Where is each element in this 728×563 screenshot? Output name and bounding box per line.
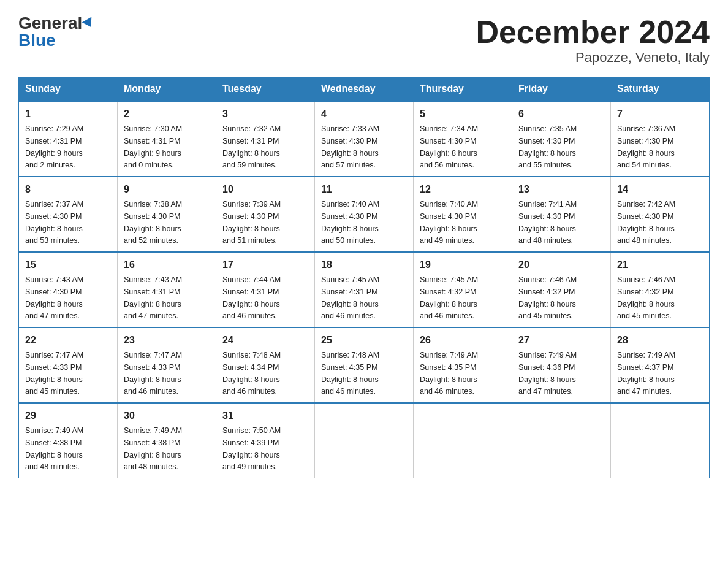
table-row: 23 Sunrise: 7:47 AMSunset: 4:33 PMDaylig… — [118, 327, 216, 403]
day-number: 6 — [518, 107, 604, 121]
day-info: Sunrise: 7:32 AMSunset: 4:31 PMDaylight:… — [222, 124, 281, 169]
day-number: 27 — [518, 333, 604, 348]
day-info: Sunrise: 7:37 AMSunset: 4:30 PMDaylight:… — [25, 200, 83, 245]
day-info: Sunrise: 7:40 AMSunset: 4:30 PMDaylight:… — [420, 200, 478, 245]
table-row — [611, 403, 710, 478]
day-number: 18 — [321, 258, 407, 272]
day-number: 12 — [420, 182, 506, 197]
day-info: Sunrise: 7:43 AMSunset: 4:30 PMDaylight:… — [25, 275, 83, 320]
day-number: 2 — [124, 107, 210, 121]
col-wednesday: Wednesday — [315, 77, 414, 102]
calendar-week-row: 8 Sunrise: 7:37 AMSunset: 4:30 PMDayligh… — [19, 177, 710, 252]
day-number: 3 — [222, 107, 308, 121]
day-number: 23 — [124, 333, 210, 348]
day-info: Sunrise: 7:47 AMSunset: 4:33 PMDaylight:… — [25, 351, 83, 396]
day-info: Sunrise: 7:38 AMSunset: 4:30 PMDaylight:… — [124, 200, 182, 245]
day-info: Sunrise: 7:49 AMSunset: 4:38 PMDaylight:… — [25, 426, 83, 471]
table-row: 4 Sunrise: 7:33 AMSunset: 4:30 PMDayligh… — [315, 101, 414, 177]
calendar-table: Sunday Monday Tuesday Wednesday Thursday… — [18, 77, 710, 478]
table-row: 1 Sunrise: 7:29 AMSunset: 4:31 PMDayligh… — [19, 101, 118, 177]
day-info: Sunrise: 7:49 AMSunset: 4:35 PMDaylight:… — [420, 351, 478, 396]
day-info: Sunrise: 7:49 AMSunset: 4:37 PMDaylight:… — [617, 351, 675, 396]
calendar-header-row: Sunday Monday Tuesday Wednesday Thursday… — [19, 77, 710, 102]
day-info: Sunrise: 7:47 AMSunset: 4:33 PMDaylight:… — [124, 351, 182, 396]
table-row: 18 Sunrise: 7:45 AMSunset: 4:31 PMDaylig… — [315, 252, 414, 327]
day-number: 9 — [124, 182, 210, 197]
calendar-week-row: 22 Sunrise: 7:47 AMSunset: 4:33 PMDaylig… — [19, 327, 710, 403]
table-row: 9 Sunrise: 7:38 AMSunset: 4:30 PMDayligh… — [118, 177, 216, 252]
col-sunday: Sunday — [19, 77, 118, 102]
day-number: 29 — [25, 408, 111, 423]
day-info: Sunrise: 7:39 AMSunset: 4:30 PMDaylight:… — [222, 200, 281, 245]
day-number: 28 — [617, 333, 703, 348]
table-row: 30 Sunrise: 7:49 AMSunset: 4:38 PMDaylig… — [118, 403, 216, 478]
table-row: 26 Sunrise: 7:49 AMSunset: 4:35 PMDaylig… — [414, 327, 512, 403]
col-thursday: Thursday — [414, 77, 512, 102]
table-row: 31 Sunrise: 7:50 AMSunset: 4:39 PMDaylig… — [216, 403, 315, 478]
calendar-title: December 2024 — [476, 15, 710, 50]
day-info: Sunrise: 7:43 AMSunset: 4:31 PMDaylight:… — [124, 275, 182, 320]
day-info: Sunrise: 7:49 AMSunset: 4:38 PMDaylight:… — [124, 426, 182, 471]
table-row: 16 Sunrise: 7:43 AMSunset: 4:31 PMDaylig… — [118, 252, 216, 327]
day-info: Sunrise: 7:36 AMSunset: 4:30 PMDaylight:… — [617, 124, 675, 169]
day-info: Sunrise: 7:40 AMSunset: 4:30 PMDaylight:… — [321, 200, 379, 245]
day-number: 7 — [617, 107, 703, 121]
table-row: 27 Sunrise: 7:49 AMSunset: 4:36 PMDaylig… — [512, 327, 611, 403]
day-info: Sunrise: 7:34 AMSunset: 4:30 PMDaylight:… — [420, 124, 478, 169]
day-number: 16 — [124, 258, 210, 272]
calendar-subtitle: Papozze, Veneto, Italy — [476, 50, 710, 66]
col-monday: Monday — [118, 77, 216, 102]
day-info: Sunrise: 7:35 AMSunset: 4:30 PMDaylight:… — [518, 124, 577, 169]
table-row: 17 Sunrise: 7:44 AMSunset: 4:31 PMDaylig… — [216, 252, 315, 327]
col-saturday: Saturday — [611, 77, 710, 102]
day-number: 31 — [222, 408, 308, 423]
table-row: 13 Sunrise: 7:41 AMSunset: 4:30 PMDaylig… — [512, 177, 611, 252]
table-row — [512, 403, 611, 478]
day-info: Sunrise: 7:45 AMSunset: 4:31 PMDaylight:… — [321, 275, 379, 320]
logo-general-text: General — [18, 13, 94, 33]
logo: General Blue — [18, 15, 94, 49]
col-tuesday: Tuesday — [216, 77, 315, 102]
day-number: 5 — [420, 107, 506, 121]
table-row — [414, 403, 512, 478]
table-row: 24 Sunrise: 7:48 AMSunset: 4:34 PMDaylig… — [216, 327, 315, 403]
table-row: 12 Sunrise: 7:40 AMSunset: 4:30 PMDaylig… — [414, 177, 512, 252]
table-row — [315, 403, 414, 478]
page-header: General Blue December 2024 Papozze, Vene… — [18, 15, 710, 66]
day-info: Sunrise: 7:41 AMSunset: 4:30 PMDaylight:… — [518, 200, 577, 245]
day-info: Sunrise: 7:48 AMSunset: 4:35 PMDaylight:… — [321, 351, 379, 396]
table-row: 3 Sunrise: 7:32 AMSunset: 4:31 PMDayligh… — [216, 101, 315, 177]
logo-blue-text: Blue — [18, 32, 56, 49]
day-number: 20 — [518, 258, 604, 272]
day-number: 19 — [420, 258, 506, 272]
table-row: 8 Sunrise: 7:37 AMSunset: 4:30 PMDayligh… — [19, 177, 118, 252]
table-row: 7 Sunrise: 7:36 AMSunset: 4:30 PMDayligh… — [611, 101, 710, 177]
day-number: 25 — [321, 333, 407, 348]
day-number: 1 — [25, 107, 111, 121]
day-number: 11 — [321, 182, 407, 197]
table-row: 6 Sunrise: 7:35 AMSunset: 4:30 PMDayligh… — [512, 101, 611, 177]
calendar-week-row: 29 Sunrise: 7:49 AMSunset: 4:38 PMDaylig… — [19, 403, 710, 478]
day-number: 30 — [124, 408, 210, 423]
table-row: 20 Sunrise: 7:46 AMSunset: 4:32 PMDaylig… — [512, 252, 611, 327]
logo-triangle-icon — [82, 17, 96, 29]
table-row: 19 Sunrise: 7:45 AMSunset: 4:32 PMDaylig… — [414, 252, 512, 327]
day-info: Sunrise: 7:42 AMSunset: 4:30 PMDaylight:… — [617, 200, 675, 245]
day-info: Sunrise: 7:45 AMSunset: 4:32 PMDaylight:… — [420, 275, 478, 320]
day-info: Sunrise: 7:48 AMSunset: 4:34 PMDaylight:… — [222, 351, 281, 396]
table-row: 15 Sunrise: 7:43 AMSunset: 4:30 PMDaylig… — [19, 252, 118, 327]
table-row: 14 Sunrise: 7:42 AMSunset: 4:30 PMDaylig… — [611, 177, 710, 252]
day-number: 8 — [25, 182, 111, 197]
day-info: Sunrise: 7:44 AMSunset: 4:31 PMDaylight:… — [222, 275, 281, 320]
col-friday: Friday — [512, 77, 611, 102]
calendar-week-row: 1 Sunrise: 7:29 AMSunset: 4:31 PMDayligh… — [19, 101, 710, 177]
day-info: Sunrise: 7:29 AMSunset: 4:31 PMDaylight:… — [25, 124, 83, 169]
table-row: 2 Sunrise: 7:30 AMSunset: 4:31 PMDayligh… — [118, 101, 216, 177]
table-row: 25 Sunrise: 7:48 AMSunset: 4:35 PMDaylig… — [315, 327, 414, 403]
day-number: 13 — [518, 182, 604, 197]
day-number: 17 — [222, 258, 308, 272]
day-number: 15 — [25, 258, 111, 272]
table-row: 11 Sunrise: 7:40 AMSunset: 4:30 PMDaylig… — [315, 177, 414, 252]
day-info: Sunrise: 7:30 AMSunset: 4:31 PMDaylight:… — [124, 124, 182, 169]
table-row: 22 Sunrise: 7:47 AMSunset: 4:33 PMDaylig… — [19, 327, 118, 403]
